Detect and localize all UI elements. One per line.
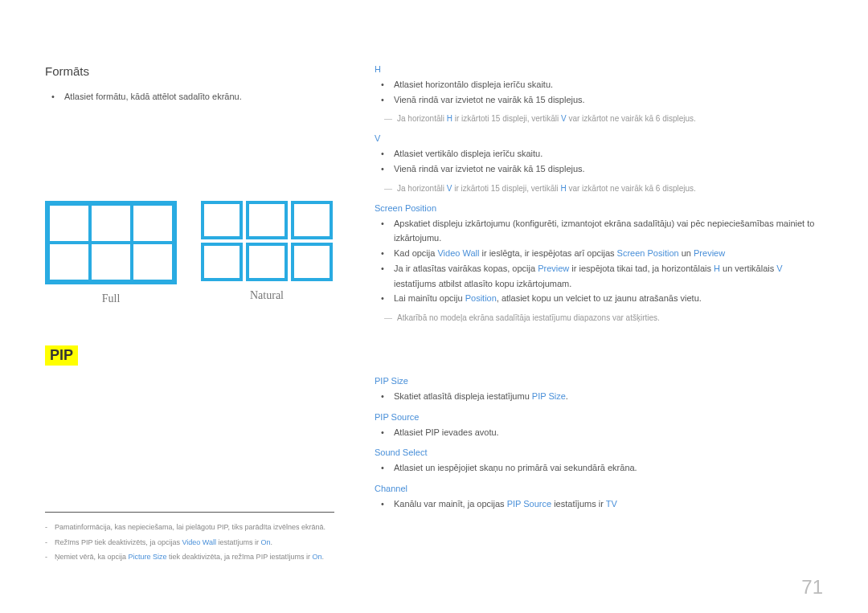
h-note: Ja horizontāli H ir izkārtoti 15 displej… [375, 112, 823, 125]
v-bullet-2: Vienā rindā var izvietot ne vairāk kā 15… [386, 161, 823, 177]
pip-source-bullet: Atlasiet PIP ievades avotu. [386, 425, 823, 440]
footnotes: Pamatinformācija, kas nepieciešama, lai … [45, 512, 334, 565]
diagram-full [45, 201, 177, 284]
formats-bullet: Atlasiet formātu, kādā attēlot sadalīto … [56, 89, 334, 104]
footnote-a: Pamatinformācija, kas nepieciešama, lai … [45, 521, 334, 533]
sp-bullet-4: Lai mainītu opciju Position, atlasiet ko… [386, 291, 823, 306]
v-note: Ja horizontāli V ir izkārtoti 15 displej… [375, 182, 823, 195]
sp-bullet-2: Kad opcija Video Wall ir ieslēgta, ir ie… [386, 246, 823, 261]
h-label: H [375, 64, 823, 74]
sound-select-bullet: Atlasiet un iespējojiet skaņu no primārā… [386, 460, 823, 476]
caption-natural: Natural [201, 289, 333, 302]
v-bullet-1: Atlasiet vertikālo displeja ierīču skait… [386, 146, 823, 161]
h-bullet-1: Atlasiet horizontālo displeja ierīču ska… [386, 77, 823, 92]
v-label: V [375, 133, 823, 143]
sp-bullet-3: Ja ir atlasītas vairākas kopas, opcija P… [386, 261, 823, 291]
caption-full: Full [45, 292, 177, 305]
pip-size-bullet: Skatiet atlasītā displeja iestatījumu PI… [386, 389, 823, 404]
sp-note: Atkarībā no modeļa ekrāna sadalītāja ies… [375, 311, 823, 325]
format-diagrams: Full Natural [45, 201, 334, 305]
footnote-c: Ņemiet vērā, ka opcija Picture Size tiek… [45, 550, 334, 563]
pip-heading: PIP [45, 345, 78, 366]
channel-bullet: Kanālu var mainīt, ja opcijas PIP Source… [386, 497, 823, 512]
pip-source-label: PIP Source [375, 412, 823, 422]
screen-position-label: Screen Position [375, 203, 823, 213]
diagram-natural [201, 201, 333, 281]
channel-label: Channel [375, 484, 823, 493]
h-bullet-2: Vienā rindā var izvietot ne vairāk kā 15… [386, 92, 823, 108]
sp-bullet-1: Apskatiet displeju izkārtojumu (konfigur… [386, 216, 823, 246]
pip-size-label: PIP Size [375, 376, 823, 386]
formats-heading: Formāts [45, 64, 334, 78]
footnote-b: Režīms PIP tiek deaktivizēts, ja opcijas… [45, 536, 334, 549]
page-number: 71 [801, 576, 823, 599]
sound-select-label: Sound Select [375, 447, 823, 457]
